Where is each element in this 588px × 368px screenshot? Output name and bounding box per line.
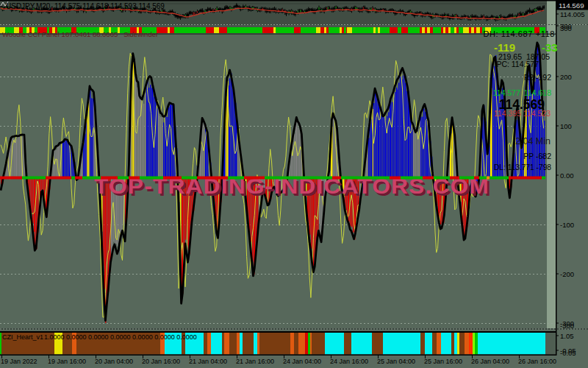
svg-text:300: 300 [560, 24, 572, 32]
svg-text:USDJPY,M20 114.575 114.618 11: USDJPY,M20 114.575 114.618 114.593 114.5… [6, 2, 165, 10]
svg-text:114.618: 114.618 [524, 88, 551, 97]
svg-text:DH: 114.687 +118: DH: 114.687 +118 [483, 29, 555, 38]
svg-text:2:04 Min: 2:04 Min [515, 136, 551, 146]
svg-text:114.005: 114.005 [560, 10, 585, 18]
svg-text:114.569: 114.569 [559, 1, 584, 10]
svg-text:PP -682: PP -682 [523, 152, 551, 160]
svg-text:26 Jan 04:00: 26 Jan 04:00 [471, 358, 509, 365]
svg-text:CZI_Heart_v1: CZI_Heart_v1 [2, 333, 43, 341]
svg-text:-100: -100 [560, 221, 574, 229]
svg-text:DL: 113.771 -798: DL: 113.771 -798 [494, 163, 551, 171]
svg-text:200: 200 [560, 73, 572, 81]
svg-text:25 Jan 04:00: 25 Jan 04:00 [377, 358, 415, 365]
svg-text:19 Jan 16:00: 19 Jan 16:00 [48, 358, 86, 365]
svg-text:20 Jan 04:00: 20 Jan 04:00 [95, 358, 133, 365]
svg-text:19 Jan 2022: 19 Jan 2022 [1, 358, 37, 365]
svg-text:-200: -200 [560, 270, 574, 278]
svg-text:114.395: 114.395 [494, 109, 521, 118]
svg-text:114.577: 114.577 [493, 88, 520, 97]
svg-text:R2 -192: R2 -192 [524, 73, 552, 82]
svg-text:21 Jan 16:00: 21 Jan 16:00 [236, 358, 274, 365]
svg-text:100: 100 [560, 122, 572, 130]
svg-text:1.0000 0.0000 0.0000 0.0000 0.: 1.0000 0.0000 0.0000 0.0000 0.0000 0.000… [44, 333, 197, 341]
svg-text:PC: 114.577: PC: 114.577 [496, 60, 539, 68]
svg-text:114.523: 114.523 [523, 109, 551, 118]
svg-text:-0.05: -0.05 [560, 349, 576, 357]
svg-text:24 Jan 16:00: 24 Jan 16:00 [330, 358, 368, 365]
svg-text:26 Jan 16:00: 26 Jan 16:00 [518, 358, 556, 365]
svg-text:Woodie CCI Panel 187.0461 88.6: Woodie CCI Panel 187.0461 88.6665 Sidewi… [2, 30, 158, 38]
svg-text:20 Jan 16:00: 20 Jan 16:00 [142, 358, 180, 365]
svg-text:0.00: 0.00 [560, 171, 574, 180]
svg-text:1.05: 1.05 [560, 332, 574, 340]
svg-text:-300: -300 [560, 322, 574, 330]
svg-text:21 Jan 04:00: 21 Jan 04:00 [189, 358, 227, 365]
svg-text:24 Jan 04:00: 24 Jan 04:00 [283, 358, 321, 365]
svg-text:25 Jan 16:00: 25 Jan 16:00 [424, 358, 462, 365]
